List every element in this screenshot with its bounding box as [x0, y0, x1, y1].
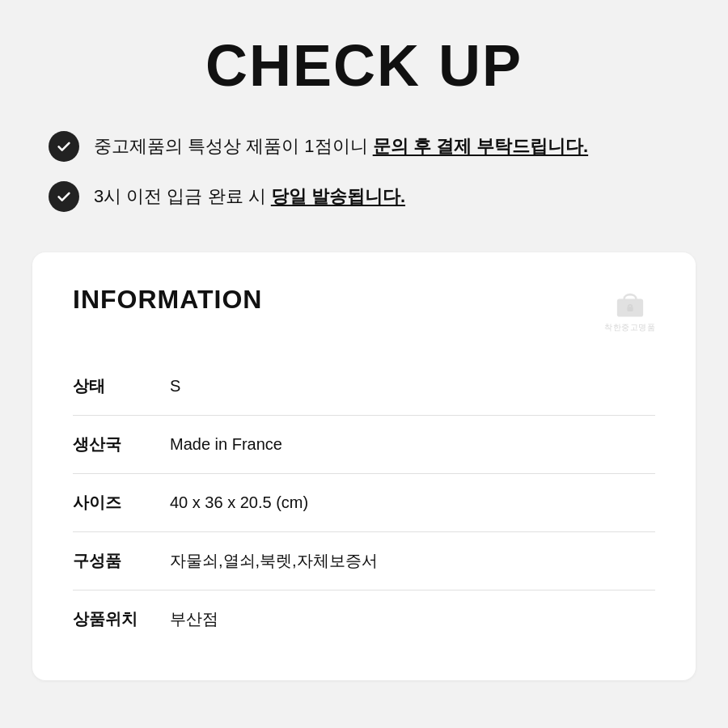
label-origin: 생산국: [73, 416, 170, 474]
table-row-origin: 생산국 Made in France: [73, 416, 655, 474]
page-title: CHECK UP: [49, 32, 679, 99]
label-components: 구성품: [73, 532, 170, 590]
brand-logo-text: 착한중고명품: [604, 322, 655, 333]
brand-logo-svg: [612, 285, 648, 320]
info-table: 상태 S 생산국 Made in France 사이즈 40 x 36 x 20…: [73, 358, 655, 648]
value-location: 부산점: [170, 590, 655, 649]
label-location: 상품위치: [73, 590, 170, 649]
brand-logo: 착한중고명품: [604, 285, 655, 333]
table-row-status: 상태 S: [73, 358, 655, 416]
check-item-1-highlight: 문의 후 결제 부탁드립니다.: [373, 136, 588, 156]
info-title: INFORMATION: [73, 285, 262, 315]
check-items-list: 중고제품의 특성상 제품이 1점이니 문의 후 결제 부탁드립니다. 3시 이전…: [49, 131, 679, 212]
svg-rect-1: [627, 307, 633, 311]
check-item-2-highlight: 당일 발송됩니다.: [271, 186, 405, 206]
check-item-1: 중고제품의 특성상 제품이 1점이니 문의 후 결제 부탁드립니다.: [49, 131, 679, 162]
info-header: INFORMATION 착한중고명품: [73, 285, 655, 333]
top-section: CHECK UP 중고제품의 특성상 제품이 1점이니 문의 후 결제 부탁드립…: [0, 0, 728, 252]
label-size: 사이즈: [73, 474, 170, 532]
value-origin: Made in France: [170, 416, 655, 474]
label-status: 상태: [73, 358, 170, 416]
value-components: 자물쇠,열쇠,북렛,자체보증서: [170, 532, 655, 590]
table-row-location: 상품위치 부산점: [73, 590, 655, 649]
information-section: INFORMATION 착한중고명품 상태 S 생산국 Made in: [32, 252, 696, 680]
table-row-size: 사이즈 40 x 36 x 20.5 (cm): [73, 474, 655, 532]
value-status: S: [170, 358, 655, 416]
check-item-1-text: 중고제품의 특성상 제품이 1점이니 문의 후 결제 부탁드립니다.: [94, 134, 588, 159]
checkmark-icon-2: [55, 188, 73, 205]
check-icon-2: [49, 181, 79, 212]
check-icon-1: [49, 131, 79, 162]
check-item-2: 3시 이전 입금 완료 시 당일 발송됩니다.: [49, 181, 679, 212]
table-row-components: 구성품 자물쇠,열쇠,북렛,자체보증서: [73, 532, 655, 590]
value-size: 40 x 36 x 20.5 (cm): [170, 474, 655, 532]
check-item-2-text: 3시 이전 입금 완료 시 당일 발송됩니다.: [94, 184, 405, 210]
checkmark-icon: [55, 138, 73, 155]
